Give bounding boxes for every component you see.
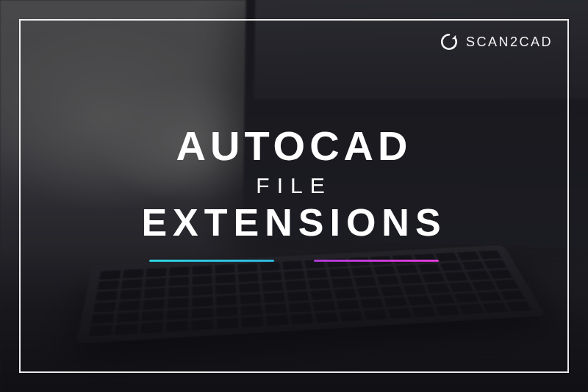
brand-logo: SCAN2CAD [440, 32, 553, 51]
brand-text: SCAN2CAD [466, 35, 553, 50]
title-line-1: AUTOCAD [0, 125, 588, 168]
hero-title: AUTOCAD FILE EXTENSIONS [0, 125, 588, 262]
refresh-circle-icon [440, 32, 459, 51]
accent-underline-right [314, 260, 439, 262]
title-line-2: FILE [0, 173, 588, 199]
title-line-3: EXTENSIONS [0, 202, 588, 244]
accent-underline-left [149, 260, 274, 262]
accent-underlines [0, 260, 588, 262]
